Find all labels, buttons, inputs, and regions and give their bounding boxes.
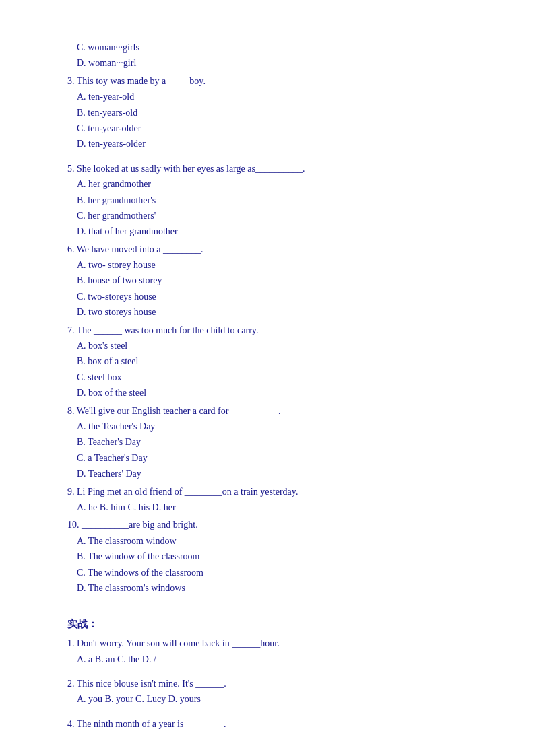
prev-options: C. woman···girls D. woman···girl <box>67 40 468 71</box>
option-c-woman-girls: C. woman···girls <box>67 40 468 55</box>
question-10: 10. __________are big and bright. A. The… <box>67 518 468 596</box>
s2-q1-options-inline: A. a B. an C. the D. / <box>67 652 468 667</box>
q6-option-d: D. two storeys house <box>67 305 468 320</box>
question-9-stem: 9. Li Ping met an old friend of ________… <box>67 485 468 500</box>
question-9: 9. Li Ping met an old friend of ________… <box>67 485 468 516</box>
question-8-stem: 8. We'll give our English teacher a card… <box>67 404 468 419</box>
q3-option-a: A. ten-year-old <box>67 90 468 104</box>
q6-option-c: C. two-storeys house <box>67 289 468 304</box>
option-d-woman-girl: D. woman···girl <box>67 56 468 71</box>
q7-option-b: B. box of a steel <box>67 354 468 369</box>
q5-option-c: C. her grandmothers' <box>67 209 468 224</box>
question-7-stem: 7. The ______ was too much for the child… <box>67 323 468 338</box>
q8-option-d: D. Teachers' Day <box>67 467 468 481</box>
s2-question-2: 2. This nice blouse isn't mine. It's ___… <box>67 677 468 708</box>
question-5: 5. She looked at us sadly with her eyes … <box>67 162 468 240</box>
q8-option-a: A. the Teacher's Day <box>67 419 468 434</box>
q7-option-d: D. box of the steel <box>67 386 468 401</box>
q10-option-d: D. The classroom's windows <box>67 581 468 596</box>
q8-option-c: C. a Teacher's Day <box>67 451 468 466</box>
question-10-stem: 10. __________are big and bright. <box>67 518 468 532</box>
question-5-stem: 5. She looked at us sadly with her eyes … <box>67 162 468 176</box>
s2-question-1-stem: 1. Don't worry. Your son will come back … <box>67 636 468 651</box>
q3-option-d: D. ten-years-older <box>67 137 468 151</box>
question-6-stem: 6. We have moved into a ________. <box>67 242 468 257</box>
question-3: 3. This toy was made by a ____ boy. A. t… <box>67 74 468 152</box>
q3-option-c: C. ten-year-older <box>67 121 468 136</box>
q6-option-b: B. house of two storey <box>67 273 468 288</box>
q5-option-a: A. her grandmother <box>67 177 468 192</box>
q6-option-a: A. two- storey house <box>67 258 468 273</box>
q10-option-c: C. The windows of the classroom <box>67 565 468 580</box>
question-3-stem: 3. This toy was made by a ____ boy. <box>67 74 468 89</box>
q5-option-b: B. her grandmother's <box>67 193 468 208</box>
q10-option-b: B. The window of the classroom <box>67 549 468 564</box>
s2-question-1: 1. Don't worry. Your son will come back … <box>67 636 468 667</box>
q3-option-b: B. ten-years-old <box>67 106 468 121</box>
s2-question-4: 4. The ninth month of a year is ________… <box>67 717 468 732</box>
q10-option-a: A. The classroom window <box>67 534 468 549</box>
q5-option-d: D. that of her grandmother <box>67 224 468 239</box>
s2-question-4-stem: 4. The ninth month of a year is ________… <box>67 717 468 732</box>
question-7: 7. The ______ was too much for the child… <box>67 323 468 401</box>
q7-option-c: C. steel box <box>67 370 468 385</box>
s2-q2-options-inline: A. you B. your C. Lucy D. yours <box>67 692 468 707</box>
section2-title: 实战： <box>67 616 468 632</box>
q8-option-b: B. Teacher's Day <box>67 435 468 450</box>
question-8: 8. We'll give our English teacher a card… <box>67 404 468 482</box>
question-6: 6. We have moved into a ________. A. two… <box>67 242 468 320</box>
s2-question-2-stem: 2. This nice blouse isn't mine. It's ___… <box>67 677 468 691</box>
q7-option-a: A. box's steel <box>67 339 468 353</box>
q9-options-inline: A. he B. him C. his D. her <box>67 500 468 515</box>
